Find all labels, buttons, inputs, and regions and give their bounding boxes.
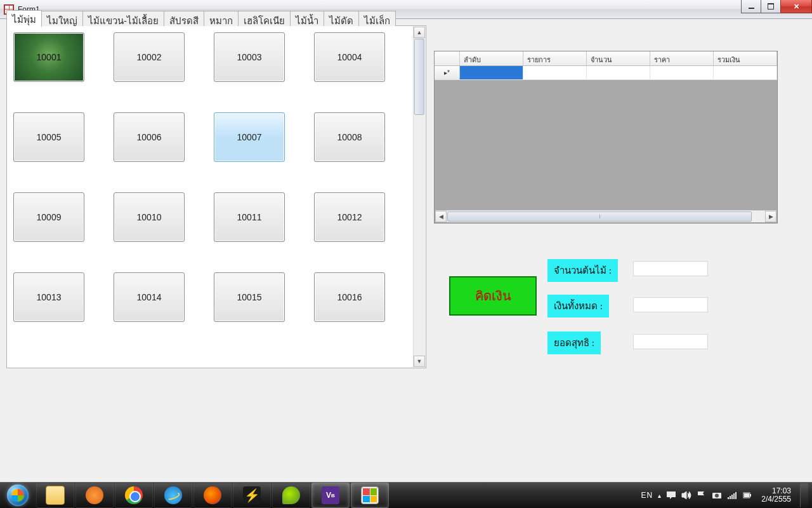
product-10003[interactable]: 10003	[214, 32, 285, 82]
taskbar-firefox[interactable]	[193, 483, 232, 508]
label-grand-total: เงินทั้งหมด :	[547, 295, 609, 318]
windows-orb-icon	[7, 485, 29, 506]
action-center-icon[interactable]	[666, 491, 676, 500]
order-grid[interactable]: ลำดับรายการจำนวนราคารวมเงิน ▸* ◀ ▶	[434, 51, 778, 224]
input-net[interactable]	[633, 334, 708, 349]
tab-5[interactable]: เฮลิโคเนีย	[238, 11, 291, 26]
product-tab-control: ไม้พุ่มไมใหญ่ไม้แขวน-ไม้เลื้อยสัปรดสีหมา…	[6, 25, 426, 368]
clock-date: 2/4/2555	[761, 495, 791, 504]
grid-header-seq[interactable]: ลำดับ	[460, 51, 523, 65]
taskbar-ie[interactable]	[154, 483, 192, 508]
grid-rowheader-col	[435, 51, 460, 65]
product-10001[interactable]: 10001	[13, 32, 84, 82]
taskbar-msn[interactable]	[272, 483, 310, 508]
grid-cell-total[interactable]	[714, 66, 777, 80]
grid-cell-price[interactable]	[650, 66, 714, 80]
grid-header-qty[interactable]: จำนวน	[587, 51, 650, 65]
show-desktop-button[interactable]	[800, 483, 808, 507]
svg-rect-8	[750, 494, 751, 497]
svg-rect-6	[735, 492, 737, 499]
label-net: ยอดสุทธิ :	[547, 331, 601, 354]
clock[interactable]: 17:03 2/4/2555	[757, 487, 795, 504]
product-10008[interactable]: 10008	[314, 112, 385, 162]
product-10010[interactable]: 10010	[114, 192, 185, 242]
network-icon[interactable]	[727, 491, 737, 500]
grid-cell-item[interactable]	[523, 66, 587, 80]
flag-icon[interactable]	[697, 491, 707, 500]
product-10007[interactable]: 10007	[214, 112, 285, 162]
product-10013[interactable]: 10013	[13, 272, 84, 322]
svg-rect-5	[733, 493, 735, 499]
product-10004[interactable]: 10004	[314, 32, 385, 82]
label-qty-trees: จำนวนต้นไม้ :	[547, 259, 618, 282]
scroll-thumb[interactable]	[414, 39, 424, 115]
svg-rect-3	[730, 496, 731, 499]
product-10012[interactable]: 10012	[314, 192, 385, 242]
language-indicator[interactable]: EN	[641, 491, 653, 500]
grid-newrow-indicator: ▸*	[435, 66, 460, 80]
maximize-button[interactable]	[761, 0, 781, 13]
product-10005[interactable]: 10005	[13, 112, 84, 162]
product-10009[interactable]: 10009	[13, 192, 84, 242]
calculate-button[interactable]: คิดเงิน	[449, 276, 537, 316]
scroll-right-button[interactable]: ▶	[765, 211, 776, 222]
close-button[interactable]: ✕	[780, 0, 812, 13]
tab-8[interactable]: ไม้เล็ก	[358, 11, 396, 26]
product-vscrollbar[interactable]: ▲ ▼	[413, 27, 425, 367]
start-button[interactable]	[0, 483, 36, 508]
grid-header-total[interactable]: รวมเงิน	[714, 51, 777, 65]
taskbar-chrome[interactable]	[115, 483, 153, 508]
product-10002[interactable]: 10002	[114, 32, 185, 82]
input-qty-trees[interactable]	[633, 261, 708, 276]
system-tray[interactable]: EN ▴ 17:03 2/4/2555	[641, 483, 812, 508]
tab-1[interactable]: ไมใหญ่	[41, 11, 83, 26]
grid-header-item[interactable]: รายการ	[523, 51, 587, 65]
tab-6[interactable]: ไม้น้ำ	[290, 11, 324, 26]
scroll-left-button[interactable]: ◀	[435, 211, 447, 222]
product-10014[interactable]: 10014	[114, 272, 185, 322]
tab-3[interactable]: สัปรดสี	[164, 11, 204, 26]
tab-2[interactable]: ไม้แขวน-ไม้เลื้อย	[82, 11, 164, 26]
tray-chevron-icon[interactable]: ▴	[658, 492, 661, 499]
taskbar-mediaplayer[interactable]	[75, 483, 114, 508]
taskbar-winamp[interactable]: ⚡	[233, 483, 271, 508]
minimize-button[interactable]	[741, 0, 761, 13]
tab-0[interactable]: ไม้พุ่ม	[6, 10, 42, 27]
product-10011[interactable]: 10011	[214, 192, 285, 242]
volume-icon[interactable]	[681, 491, 691, 500]
grid-header-price[interactable]: ราคา	[650, 51, 714, 65]
camera-icon[interactable]	[712, 491, 722, 500]
grid-cell-seq[interactable]	[460, 66, 523, 80]
svg-point-1	[715, 494, 719, 498]
taskbar-explorer[interactable]	[36, 483, 74, 508]
power-icon[interactable]	[742, 491, 752, 500]
taskbar-form1[interactable]	[351, 483, 389, 508]
scroll-down-button[interactable]: ▼	[414, 356, 425, 367]
svg-rect-9	[744, 493, 749, 497]
svg-rect-2	[728, 497, 729, 499]
product-10006[interactable]: 10006	[114, 112, 185, 162]
form-body: ไม้พุ่มไมใหญ่ไม้แขวน-ไม้เลื้อยสัปรดสีหมา…	[0, 19, 812, 483]
tab-4[interactable]: หมาก	[204, 11, 239, 26]
scroll-up-button[interactable]: ▲	[414, 27, 425, 38]
product-10015[interactable]: 10015	[214, 272, 285, 322]
grid-cell-qty[interactable]	[587, 66, 650, 80]
product-grid: 1000110002100031000410005100061000710008…	[12, 31, 408, 363]
svg-rect-4	[731, 495, 733, 499]
taskbar[interactable]: ⚡ VB EN ▴ 17:03 2/4/2555	[0, 482, 812, 508]
tab-7[interactable]: ไม้ดัด	[324, 11, 359, 26]
hscroll-thumb[interactable]	[447, 211, 752, 222]
grid-hscrollbar[interactable]: ◀ ▶	[435, 210, 776, 222]
input-grand-total[interactable]	[633, 297, 708, 312]
product-10016[interactable]: 10016	[314, 272, 385, 322]
taskbar-visualstudio[interactable]: VB	[311, 483, 350, 508]
